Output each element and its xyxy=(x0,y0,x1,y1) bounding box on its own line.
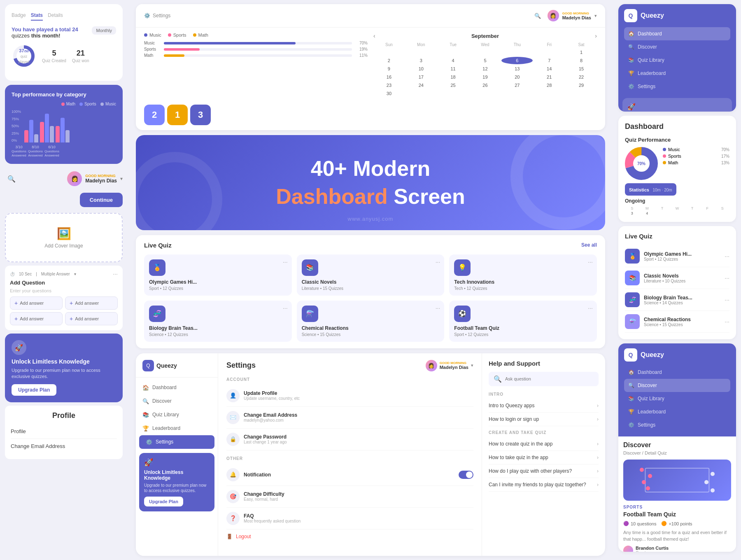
profile-item-1[interactable]: Profile xyxy=(11,424,117,439)
help-create-2[interactable]: How to take quiz in the app › xyxy=(489,451,599,464)
help-create-1[interactable]: How to create quiz in the app › xyxy=(489,437,599,451)
continue-button[interactable]: Continue xyxy=(80,193,123,207)
help-create-3[interactable]: How do I play quiz with other players? › xyxy=(489,464,599,478)
question-placeholder[interactable]: Enter your questions xyxy=(10,288,118,293)
quiz-card-chemistry[interactable]: ··· ⚗️ Chemical Reactions Science • 15 Q… xyxy=(297,301,445,342)
search-button[interactable]: 🔍 xyxy=(5,172,18,185)
perf-title: Top performance by category xyxy=(12,91,116,98)
add-answer-btn-3[interactable]: +Add answer xyxy=(10,312,63,325)
settings-change-email[interactable]: ✉️ Change Email Address madelyn@yahoo.co… xyxy=(226,407,473,429)
toggle-knob xyxy=(466,471,473,478)
creator-avatar xyxy=(623,546,633,552)
add-answer-btn-4[interactable]: +Add answer xyxy=(65,312,118,325)
chevron-down-icon[interactable]: ▾ xyxy=(594,13,597,19)
stats-card: Badge Stats Details Monthly You have pla… xyxy=(5,4,123,81)
stats-row: 37/50 quiz played 5 Quiz Created 21 Quiz… xyxy=(12,44,116,68)
settings-nav-discover[interactable]: 🔍 Discover xyxy=(136,394,218,408)
discover-nav-library[interactable]: 📚 Quiz Library xyxy=(624,392,730,405)
settings-change-password[interactable]: 🔒 Change Password Last change 1 year ago xyxy=(226,429,473,450)
tab-details[interactable]: Details xyxy=(48,11,63,21)
chevron-down-icon[interactable]: ▾ xyxy=(74,272,76,276)
settings-nav-settings[interactable]: ⚙️ Settings xyxy=(139,435,214,449)
chevron-down-icon[interactable]: ▾ xyxy=(120,176,123,182)
queezy-logo-icon-1: Q xyxy=(624,9,637,22)
quiz-icon-novels: 📚 xyxy=(302,259,318,276)
more-options-icon[interactable]: ··· xyxy=(588,259,593,265)
logout-item[interactable]: 🚪 Logout xyxy=(226,530,473,544)
more-options-icon[interactable]: ··· xyxy=(283,259,288,265)
cover-image-upload[interactable]: 🖼️ Add Cover Image xyxy=(5,213,123,262)
discover-nav-settings[interactable]: ⚙️ Settings xyxy=(624,418,730,432)
help-create-4[interactable]: Can I invite my friends to play quiz tog… xyxy=(489,478,599,492)
quiz-item-olympic[interactable]: 🏅 Olympic Games Hi... Sport • 12 Quizzes… xyxy=(625,245,729,267)
queezy-logo-text: Queezy xyxy=(156,362,177,369)
settings-nav-leaderboard[interactable]: 🏆 Leaderboard xyxy=(136,422,218,435)
settings-notification[interactable]: 🔔 Notification xyxy=(226,464,473,486)
quiz-cards-grid: ··· 🏅 Olympic Games Hi... Sport • 12 Qui… xyxy=(144,254,597,342)
more-options-icon[interactable]: ··· xyxy=(725,318,729,325)
quiz-card-olympic[interactable]: ··· 🏅 Olympic Games Hi... Sport • 12 Qui… xyxy=(144,254,292,296)
quiz-title-tech: Tech Innovations xyxy=(454,279,592,285)
queezy-nav-settings[interactable]: ⚙️ Settings xyxy=(624,80,730,93)
chevron-down-icon[interactable]: ▾ xyxy=(471,363,473,368)
queezy-dashboard-card: Q Queezy 🏠 Dashboard 🔍 Discover 📚 Quiz L… xyxy=(618,4,736,112)
quiz-card-tech[interactable]: ··· 💡 Tech Innovations Tech • 12 Quizzes xyxy=(449,254,597,296)
upgrade-button-left[interactable]: Upgrade Plan xyxy=(12,384,56,396)
tab-stats[interactable]: Stats xyxy=(31,11,43,21)
settings-icon: ⚙️ xyxy=(628,422,634,428)
upgrade-button-settings[interactable]: Upgrade Plan xyxy=(144,497,183,506)
more-options-icon[interactable]: ··· xyxy=(725,253,729,259)
settings-faq[interactable]: ❓ FAQ Most frequently asked question xyxy=(226,508,473,530)
monthly-button[interactable]: Monthly xyxy=(92,26,116,35)
settings-nav-quiz-library[interactable]: 📚 Quiz Library xyxy=(136,408,218,422)
more-options-icon[interactable]: ··· xyxy=(588,305,593,311)
quiz-sub-chemistry: Science • 15 Quizzes xyxy=(302,332,440,337)
notification-toggle[interactable] xyxy=(459,471,473,479)
quiz-card-football[interactable]: ··· ⚽ Football Team Quiz Sport • 12 Quiz… xyxy=(449,301,597,342)
quiz-item-chemistry-r[interactable]: ⚗️ Chemical Reactions Science • 15 Quizz… xyxy=(625,311,729,333)
queezy-nav-dashboard[interactable]: 🏠 Dashboard xyxy=(624,27,730,40)
see-all-button[interactable]: See all xyxy=(581,242,597,248)
more-options-icon[interactable]: ··· xyxy=(725,275,729,281)
profile-item-2[interactable]: Change Email Address xyxy=(11,439,117,453)
more-options-icon[interactable]: ··· xyxy=(113,271,118,277)
calendar-prev-btn[interactable]: ‹ xyxy=(373,33,375,39)
hero-title: 40+ Modern xyxy=(161,156,580,181)
discover-nav-dashboard[interactable]: 🏠 Dashboard xyxy=(624,366,730,379)
hero-subtitle: Dashboard Screen xyxy=(161,184,580,209)
more-options-icon[interactable]: ··· xyxy=(725,296,729,303)
help-title: Help and Support xyxy=(489,360,599,367)
unlock-desc-left: Upgrade to our premium plan now to acces… xyxy=(12,367,116,380)
queezy-nav-leaderboard[interactable]: 🏆 Leaderboard xyxy=(624,67,730,80)
more-options-icon[interactable]: ··· xyxy=(283,305,288,311)
right-column: Q Queezy 🏠 Dashboard 🔍 Discover 📚 Quiz L… xyxy=(613,0,741,560)
settings-difficulty[interactable]: 🎯 Change Difficulty Easy, normal, hard xyxy=(226,486,473,508)
queezy-nav-discover[interactable]: 🔍 Discover xyxy=(624,40,730,54)
add-answer-btn-1[interactable]: +Add answer xyxy=(10,296,63,310)
discover-nav-leaderboard[interactable]: 🏆 Leaderboard xyxy=(624,405,730,418)
tab-badge[interactable]: Badge xyxy=(12,11,26,21)
rocket-icon: 🚀 xyxy=(12,340,26,355)
settings-update-profile[interactable]: 👤 Update Profile Update username, countr… xyxy=(226,385,473,407)
quiz-item-novels[interactable]: 📚 Classic Novels Literature • 10 Quizzes… xyxy=(625,267,729,289)
calendar-next-btn[interactable]: › xyxy=(595,33,597,39)
add-answer-btn-2[interactable]: +Add answer xyxy=(65,296,118,310)
quiz-item-biology-r[interactable]: 🧬 Biology Brain Teas... Science • 14 Qui… xyxy=(625,289,729,311)
quiz-card-biology[interactable]: ··· 🧬 Biology Brain Teas... Science • 12… xyxy=(144,301,292,342)
settings-nav-dashboard[interactable]: 🏠 Dashboard xyxy=(136,381,218,394)
help-intro-2[interactable]: How to login or sign up › xyxy=(489,413,599,426)
header-greeting: GOOD MORNING xyxy=(562,12,591,15)
stats-time: 10m · 20m xyxy=(652,188,672,192)
help-intro-1[interactable]: Intro to Queezy apps › xyxy=(489,399,599,413)
quiz-card-novels[interactable]: ··· 📚 Classic Novels Literature • 15 Qui… xyxy=(297,254,445,296)
more-options-icon[interactable]: ··· xyxy=(436,305,440,311)
quiz-icon-chemistry: ⚗️ xyxy=(302,306,318,322)
queezy-nav-library[interactable]: 📚 Quiz Library xyxy=(624,54,730,67)
more-options-icon[interactable]: ··· xyxy=(436,259,440,265)
discover-nav-discover[interactable]: 🔍 Discover xyxy=(624,379,730,392)
username-label: Madelyn Dias xyxy=(85,178,117,184)
search-icon-btn[interactable]: 🔍 xyxy=(531,9,544,22)
settings-icon: ⚙️ xyxy=(628,84,634,89)
help-search-input[interactable] xyxy=(505,376,594,381)
discover-title: Discover xyxy=(623,441,731,449)
